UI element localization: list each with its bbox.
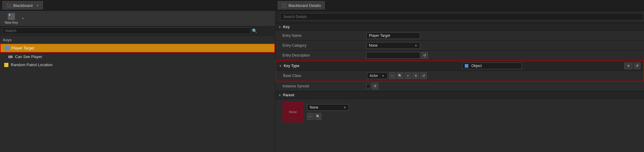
details-search-input[interactable] [280, 13, 644, 20]
object-icon-player-target [5, 46, 9, 50]
parent-dropdown-row: None ▼ [307, 104, 349, 111]
left-panel: ⬛ Blackboard ✕ New Key ▼ 🔍 Keys [0, 0, 275, 152]
blackboard-tab[interactable]: ⬛ Blackboard ✕ [2, 1, 43, 10]
keys-section-header: Keys [0, 37, 275, 43]
new-key-icon [8, 13, 15, 20]
key-item-random-patrol[interactable]: Random Patrol Location [0, 61, 275, 69]
key-type-reset[interactable]: ↺ [634, 63, 640, 69]
bool-icon-can-see-player [8, 56, 13, 58]
base-class-reset-btn[interactable]: ↺ [420, 72, 427, 79]
actor-dropdown-text: Actor [370, 74, 378, 78]
parent-bottom-controls: ← 🔍 [307, 113, 349, 120]
instance-synced-reset[interactable]: ↺ [372, 83, 378, 89]
entry-category-arrow: ▼ [414, 44, 417, 47]
base-class-row: Base Class Actor ▼ ← 🔍 + ✕ ↺ [276, 71, 643, 81]
key-label-player-target: Player Target [11, 46, 34, 50]
entry-category-text: None [369, 43, 378, 48]
details-search-bar [275, 11, 644, 23]
search-bar: 🔍 [0, 26, 275, 36]
key-type-dropdown-arrow: ▼ [624, 63, 633, 69]
entry-category-label: Entry Category [282, 43, 366, 48]
key-type-collapse-arrow: ▼ [279, 64, 282, 68]
base-class-back-btn[interactable]: ← [389, 72, 396, 79]
key-type-label: Key Type [284, 64, 462, 68]
key-section-header[interactable]: ▼ Key [275, 23, 644, 31]
key-type-value-area: Object ▼ ↺ [462, 63, 640, 69]
instance-synced-label: Instance Synced [282, 84, 366, 88]
keys-section: Keys Player Target Can See Player Random… [0, 36, 275, 152]
right-tab-bar: ⬛ Blackboard Details [275, 0, 644, 11]
key-collapse-arrow: ▼ [278, 25, 281, 29]
parent-search-btn[interactable]: 🔍 [315, 113, 321, 120]
parent-controls: None ▼ ← 🔍 [307, 104, 349, 120]
base-class-add-btn[interactable]: + [405, 72, 411, 79]
key-type-section: ▼ Key Type Object ▼ ↺ Base Class A [275, 60, 644, 81]
new-key-label: New Key [5, 21, 18, 24]
entry-description-label: Entry Description [282, 53, 366, 57]
actor-dropdown-arrow: ▼ [382, 74, 385, 77]
base-class-clear-btn[interactable]: ✕ [412, 72, 419, 79]
object-type-icon [465, 64, 468, 68]
parent-back-btn[interactable]: ← [307, 113, 314, 120]
key-label-random-patrol: Random Patrol Location [11, 63, 52, 67]
entry-category-value: None ▼ [366, 42, 641, 49]
vector-icon-random-patrol [4, 63, 8, 67]
instance-synced-value: ↺ [366, 83, 641, 89]
blackboard-details-tab[interactable]: ⬛ Blackboard Details [278, 1, 325, 10]
entry-description-input[interactable] [366, 52, 420, 59]
right-panel: ⬛ Blackboard Details ▼ Key Entry Name En… [275, 0, 644, 152]
new-key-dropdown-arrow[interactable]: ▼ [22, 17, 24, 20]
base-class-search-btn[interactable]: 🔍 [397, 72, 403, 79]
parent-section-label: Parent [283, 93, 294, 97]
entry-description-value: ↺ [366, 52, 641, 59]
entry-name-label: Entry Name [282, 34, 366, 38]
details-body: ▼ Key Entry Name Entry Category None ▼ [275, 23, 644, 152]
key-type-text: Object [471, 64, 482, 68]
entry-category-dropdown[interactable]: None ▼ [366, 42, 420, 49]
key-type-header-row: ▼ Key Type Object ▼ ↺ [276, 61, 643, 71]
entry-description-row: Entry Description ↺ [275, 51, 644, 60]
search-input[interactable] [2, 28, 251, 34]
parent-dropdown-text: None [310, 105, 318, 110]
entry-name-value [366, 32, 641, 39]
parent-dropdown-arrow: ▼ [343, 106, 346, 109]
search-icon: 🔍 [252, 28, 257, 33]
blackboard-tab-close[interactable]: ✕ [36, 4, 39, 7]
parent-collapse-arrow: ▼ [278, 94, 281, 97]
blackboard-tab-icon: ⬛ [6, 3, 11, 8]
key-label-can-see-player: Can See Player [15, 54, 42, 59]
instance-synced-row: Instance Synced ↺ [275, 81, 644, 91]
toolbar: New Key ▼ [0, 11, 275, 26]
entry-name-input[interactable] [366, 32, 420, 39]
parent-thumbnail-label: None [289, 110, 297, 114]
entry-name-row: Entry Name [275, 31, 644, 41]
parent-thumbnail: None [282, 101, 303, 122]
key-section-label: Key [283, 25, 290, 29]
key-item-player-target[interactable]: Player Target [0, 43, 275, 53]
base-class-label: Base Class [283, 74, 367, 78]
key-type-dropdown[interactable]: Object [462, 63, 522, 69]
new-key-button[interactable]: New Key [2, 12, 20, 25]
actor-dropdown[interactable]: Actor ▼ [367, 72, 388, 79]
instance-synced-checkbox[interactable] [366, 84, 370, 88]
base-class-value: Actor ▼ ← 🔍 + ✕ ↺ [367, 72, 640, 79]
parent-content: None None ▼ ← 🔍 [275, 99, 644, 125]
parent-section-header[interactable]: ▼ Parent [275, 91, 644, 99]
entry-description-reset[interactable]: ↺ [421, 52, 428, 59]
details-tab-label: Blackboard Details [288, 3, 321, 8]
blackboard-tab-label: Blackboard [13, 3, 33, 8]
details-tab-icon: ⬛ [282, 3, 287, 8]
parent-dropdown[interactable]: None ▼ [307, 104, 349, 111]
parent-section: ▼ Parent None None ▼ ← 🔍 [275, 91, 644, 125]
key-section: ▼ Key Entry Name Entry Category None ▼ [275, 23, 644, 60]
entry-category-row: Entry Category None ▼ [275, 41, 644, 51]
key-item-can-see-player[interactable]: Can See Player [0, 53, 275, 61]
instance-synced-checkbox-area: ↺ [366, 83, 378, 89]
left-tab-bar: ⬛ Blackboard ✕ [0, 0, 275, 11]
